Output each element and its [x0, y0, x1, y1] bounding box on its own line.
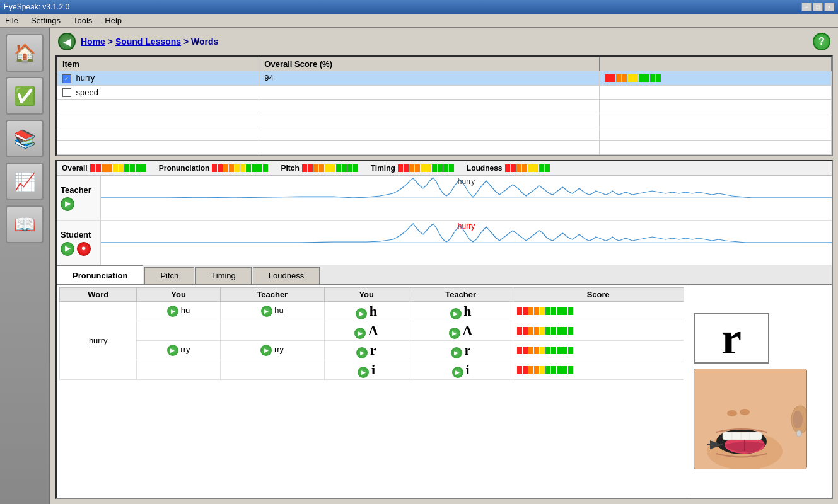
sidebar-glossary[interactable]: 📖	[6, 205, 44, 243]
teacher-word: hurry	[458, 177, 475, 186]
teacher-syl	[220, 360, 324, 380]
teacher-ph-play[interactable]: ▶	[450, 308, 462, 319]
overall-label: Overall	[62, 164, 88, 173]
teacher-syl-play[interactable]: ▶	[260, 345, 272, 356]
student-waveform: hurry	[101, 220, 832, 265]
close-button[interactable]: ×	[824, 3, 834, 11]
score-bar-hurry	[599, 71, 831, 86]
tab-timing[interactable]: Timing	[195, 267, 252, 284]
svg-point-15	[740, 409, 750, 415]
you-phoneme: ▶ i	[324, 360, 409, 380]
navbar: ◀ Home > Sound Lessons > Words ?	[55, 33, 833, 50]
menu-tools[interactable]: Tools	[71, 14, 95, 26]
svg-point-14	[727, 410, 737, 416]
items-table-section: Item Overall Score (%) ✓ hurry 94	[55, 55, 833, 156]
item-speed: speed	[57, 85, 259, 100]
th-teacher-syl: Teacher	[220, 288, 324, 302]
teacher-syl-play[interactable]: ▶	[261, 306, 272, 317]
timing-label: Timing	[371, 164, 395, 173]
content-area: ◀ Home > Sound Lessons > Words ? Item Ov…	[50, 28, 838, 504]
you-syl-play[interactable]: ▶	[167, 345, 178, 356]
you-syl-play[interactable]: ▶	[167, 306, 178, 317]
teacher-phoneme: ▶ h	[409, 302, 513, 321]
sidebar-home[interactable]: 🏠	[6, 34, 44, 72]
teacher-play-button[interactable]: ▶	[61, 197, 74, 211]
student-label: Student ▶ ⏺	[57, 220, 101, 265]
student-play-button[interactable]: ▶	[61, 242, 74, 256]
pitch-label: Pitch	[281, 164, 299, 173]
sidebar-lessons[interactable]: ✅	[6, 77, 44, 115]
tab-loudness[interactable]: Loudness	[253, 267, 320, 284]
student-text: Student	[61, 230, 91, 239]
menu-file[interactable]: File	[3, 14, 21, 26]
letter-symbol: r	[721, 312, 742, 365]
table-row[interactable]: ✓ hurry 94	[57, 71, 832, 86]
back-button[interactable]: ◀	[58, 33, 76, 50]
teacher-phoneme: ▶ Λ	[409, 321, 513, 341]
student-waveform-row: Student ▶ ⏺ hurry	[57, 220, 832, 265]
loudness-label: Loudness	[467, 164, 503, 173]
you-syl	[137, 321, 220, 341]
th-word: Word	[60, 288, 137, 302]
breadcrumb: Home > Sound Lessons > Words	[81, 37, 218, 47]
minimize-button[interactable]: −	[801, 3, 812, 11]
you-ph-play[interactable]: ▶	[358, 367, 369, 378]
phoneme-score	[513, 321, 684, 341]
you-phoneme-symbol: i	[371, 362, 375, 377]
score-hurry: 94	[259, 71, 599, 86]
you-ph-play[interactable]: ▶	[356, 347, 368, 358]
timing-score: Timing	[371, 164, 454, 173]
help-button[interactable]: ?	[813, 33, 830, 50]
sidebar-dictionary[interactable]: 📚	[6, 120, 44, 158]
score-bars-row: Overall Pronunciation	[57, 161, 832, 176]
teacher-waveform: hurry	[101, 176, 832, 220]
phoneme-score	[513, 360, 684, 380]
menu-settings[interactable]: Settings	[28, 14, 63, 26]
svg-point-4	[793, 411, 803, 428]
teacher-ph-play[interactable]: ▶	[449, 328, 460, 339]
breadcrumb-words: Words	[191, 37, 218, 47]
teacher-ph-play[interactable]: ▶	[452, 367, 463, 378]
you-ph-play[interactable]: ▶	[356, 308, 367, 319]
item-hurry: ✓ hurry	[57, 71, 259, 86]
mouth-image-panel: r	[687, 285, 832, 498]
nav-left: ◀ Home > Sound Lessons > Words	[58, 33, 218, 50]
main-container: 🏠 ✅ 📚 📈 📖 ◀ Home > Sound Lessons > Words…	[0, 28, 838, 504]
teacher-waveform-row: Teacher ▶ hurry	[57, 176, 832, 220]
you-syl: ▶ hu	[137, 302, 220, 321]
breadcrumb-home[interactable]: Home	[81, 37, 105, 47]
titlebar: EyeSpeak: v3.1.2.0 − □ ×	[0, 0, 838, 14]
teacher-phoneme-symbol: r	[465, 342, 471, 358]
teacher-phoneme-symbol: Λ	[463, 323, 473, 338]
menu-help[interactable]: Help	[102, 14, 124, 26]
you-phoneme: ▶ h	[324, 302, 409, 321]
tab-pitch[interactable]: Pitch	[144, 267, 194, 284]
maximize-button[interactable]: □	[813, 3, 823, 11]
analysis-section: Overall Pronunciation	[55, 160, 833, 499]
letter-display: r	[694, 313, 769, 364]
th-teacher-ph: Teacher	[409, 288, 513, 302]
sidebar: 🏠 ✅ 📚 📈 📖	[0, 28, 50, 504]
you-ph-play[interactable]: ▶	[354, 328, 366, 339]
student-record-button[interactable]: ⏺	[77, 242, 91, 256]
th-score: Score	[513, 288, 684, 302]
loudness-score: Loudness	[467, 164, 550, 173]
svg-point-5	[796, 430, 801, 437]
checkbox-speed[interactable]	[62, 88, 71, 97]
th-you-ph: You	[324, 288, 409, 302]
teacher-label: Teacher ▶	[57, 176, 101, 220]
tab-pronunciation[interactable]: Pronunciation	[57, 265, 143, 284]
you-phoneme-symbol: Λ	[368, 323, 378, 338]
you-phoneme: ▶ Λ	[324, 321, 409, 341]
breadcrumb-sound-lessons[interactable]: Sound Lessons	[115, 37, 181, 47]
sidebar-progress[interactable]: 📈	[6, 163, 44, 200]
you-syl: ▶ rry	[137, 341, 220, 360]
checkbox-hurry[interactable]: ✓	[62, 74, 71, 83]
mouth-svg	[694, 369, 807, 469]
you-syl	[137, 360, 220, 380]
teacher-syl	[220, 321, 324, 341]
table-row[interactable]: speed	[57, 85, 832, 100]
detail-row: ▶ rry ▶ rry ▶ r	[60, 341, 684, 360]
teacher-ph-play[interactable]: ▶	[451, 347, 462, 358]
teacher-phoneme: ▶ i	[409, 360, 513, 380]
